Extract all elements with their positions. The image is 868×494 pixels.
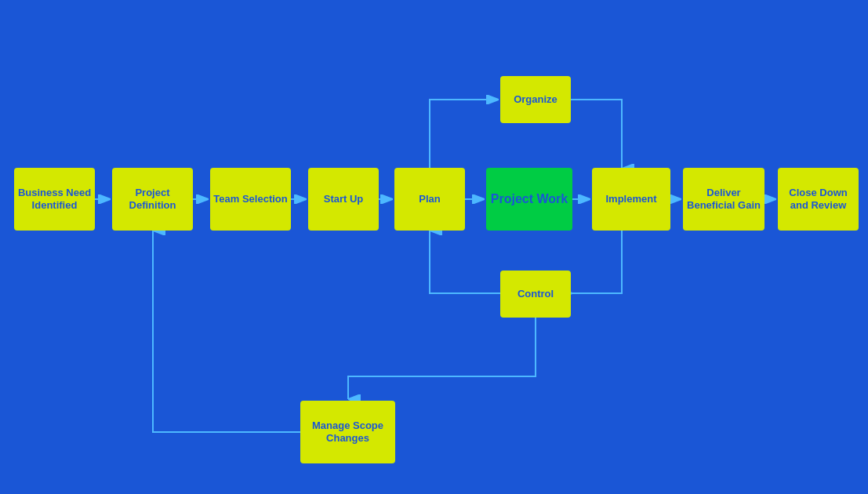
box-plan: Plan [394, 168, 465, 231]
box-team-selection: Team Selection [210, 168, 291, 231]
box-deliver: Deliver Beneficial Gain [683, 168, 764, 231]
box-manage-scope: Manage Scope Changes [300, 401, 395, 463]
box-control: Control [500, 271, 571, 318]
box-implement: Implement [592, 168, 670, 231]
box-organize: Organize [500, 76, 571, 123]
arrows-layer [0, 0, 868, 494]
flowchart: Business Need Identified Project Definit… [0, 0, 868, 494]
box-project-definition: Project Definition [112, 168, 193, 231]
box-project-work: Project Work [486, 168, 572, 231]
box-start-up: Start Up [308, 168, 379, 231]
box-business-need: Business Need Identified [14, 168, 95, 231]
box-close-down: Close Down and Review [778, 168, 859, 231]
